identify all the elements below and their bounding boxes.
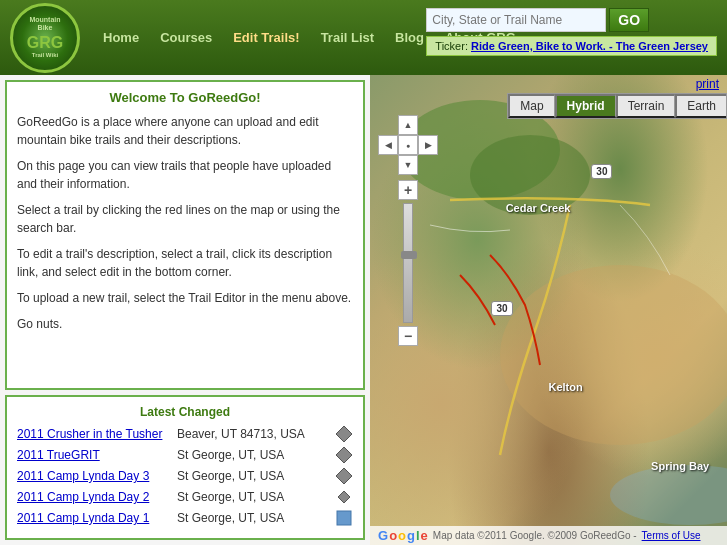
ticker-link[interactable]: Ride Green, Bike to Work. - The Green Je… [471,40,708,52]
pan-right-button[interactable]: ▶ [418,135,438,155]
map-type-buttons: Map Hybrid Terrain Earth [507,93,727,119]
main-content: Welcome To GoReedGo! GoReedGo is a place… [0,75,727,545]
map-controls: ▲ ◀ ● ▶ ▼ + − [378,115,438,346]
trail-link[interactable]: 2011 Camp Lynda Day 3 [17,469,172,483]
welcome-title: Welcome To GoReedGo! [17,90,353,105]
trail-row: 2011 Camp Lynda Day 1St George, UT, USA [17,509,353,527]
road-badge-30-mid: 30 [491,301,512,316]
empty-tl [378,115,398,135]
trail-location: St George, UT, USA [177,490,330,504]
empty-tr [418,115,438,135]
go-button[interactable]: GO [609,8,649,32]
trail-location: St George, UT, USA [177,511,330,525]
map-btn-earth[interactable]: Earth [675,94,726,118]
trail-location: Beaver, UT 84713, USA [177,427,330,441]
zoom-out-button[interactable]: − [398,326,418,346]
welcome-p6: Go nuts. [17,315,353,333]
logo: Mountain Bike GRG Trail Wiki [10,3,80,73]
nav-home[interactable]: Home [95,26,147,49]
map-attribution: Google Map data ©2011 Google. ©2009 GoRe… [370,526,727,545]
cedar-creek-label: Cedar Creek [506,202,571,214]
pan-left-button[interactable]: ◀ [378,135,398,155]
welcome-p4: To edit a trail's description, select a … [17,245,353,281]
trail-link[interactable]: 2011 Camp Lynda Day 1 [17,511,172,525]
spring-bay-label: Spring Bay [651,460,709,472]
header: Mountain Bike GRG Trail Wiki Home Course… [0,0,727,75]
nav-blog[interactable]: Blog [387,26,432,49]
svg-marker-2 [336,468,352,484]
svg-point-8 [500,265,727,445]
trail-row: 2011 TrueGRITSt George, UT, USA [17,446,353,464]
trail-link[interactable]: 2011 Crusher in the Tusher [17,427,172,441]
trail-icon [335,425,353,443]
welcome-p3: Select a trail by clicking the red lines… [17,201,353,237]
left-panel: Welcome To GoReedGo! GoReedGo is a place… [0,75,370,545]
trail-link[interactable]: 2011 TrueGRIT [17,448,172,462]
map-data-text: Map data ©2011 Google. ©2009 GoReedGo - [433,530,637,541]
svg-point-9 [610,465,727,525]
nav-edit-trails[interactable]: Edit Trails! [225,26,307,49]
map-btn-hybrid[interactable]: Hybrid [555,94,616,118]
zoom-in-button[interactable]: + [398,180,418,200]
welcome-p1: GoReedGo is a place where anyone can upl… [17,113,353,149]
svg-marker-3 [338,491,350,503]
trail-row: 2011 Camp Lynda Day 3St George, UT, USA [17,467,353,485]
google-logo: Google [378,528,428,543]
map-btn-map[interactable]: Map [508,94,554,118]
search-area: GO Ticker: Ride Green, Bike to Work. - T… [426,8,717,56]
kelton-label: Kelton [549,381,583,393]
empty-br [418,155,438,175]
road-badge-30-top: 30 [591,164,612,179]
trail-row: 2011 Camp Lynda Day 2St George, UT, USA [17,488,353,506]
trail-row: 2011 Crusher in the TusherBeaver, UT 847… [17,425,353,443]
welcome-box: Welcome To GoReedGo! GoReedGo is a place… [5,80,365,390]
latest-title: Latest Changed [17,405,353,419]
search-input[interactable] [426,8,606,32]
pan-up-button[interactable]: ▲ [398,115,418,135]
zoom-slider[interactable] [403,203,413,323]
zoom-thumb [401,251,417,259]
welcome-p2: On this page you can view trails that pe… [17,157,353,193]
trail-icon [335,446,353,464]
latest-box: Latest Changed 2011 Crusher in the Tushe… [5,395,365,540]
nav-courses[interactable]: Courses [152,26,220,49]
ticker-label: Ticker: [435,40,471,52]
welcome-p5: To upload a new trail, select the Trail … [17,289,353,307]
trail-list: 2011 Crusher in the TusherBeaver, UT 847… [17,425,353,527]
svg-marker-1 [336,447,352,463]
trail-location: St George, UT, USA [177,448,330,462]
trail-location: St George, UT, USA [177,469,330,483]
svg-rect-4 [337,511,351,525]
svg-marker-0 [336,426,352,442]
terms-link[interactable]: Terms of Use [642,530,701,541]
ticker-bar: Ticker: Ride Green, Bike to Work. - The … [426,36,717,56]
trail-link[interactable]: 2011 Camp Lynda Day 2 [17,490,172,504]
trail-icon [335,467,353,485]
print-link[interactable]: print [696,77,719,91]
empty-bl [378,155,398,175]
trail-icon [335,488,353,506]
pan-down-button[interactable]: ▼ [398,155,418,175]
map-panel: print Map Hybrid Terrain Earth [370,75,727,545]
nav-cross: ▲ ◀ ● ▶ ▼ [378,115,438,175]
map-btn-terrain[interactable]: Terrain [616,94,676,118]
nav-trail-list[interactable]: Trail List [313,26,382,49]
pan-center-button[interactable]: ● [398,135,418,155]
trail-icon [335,509,353,527]
